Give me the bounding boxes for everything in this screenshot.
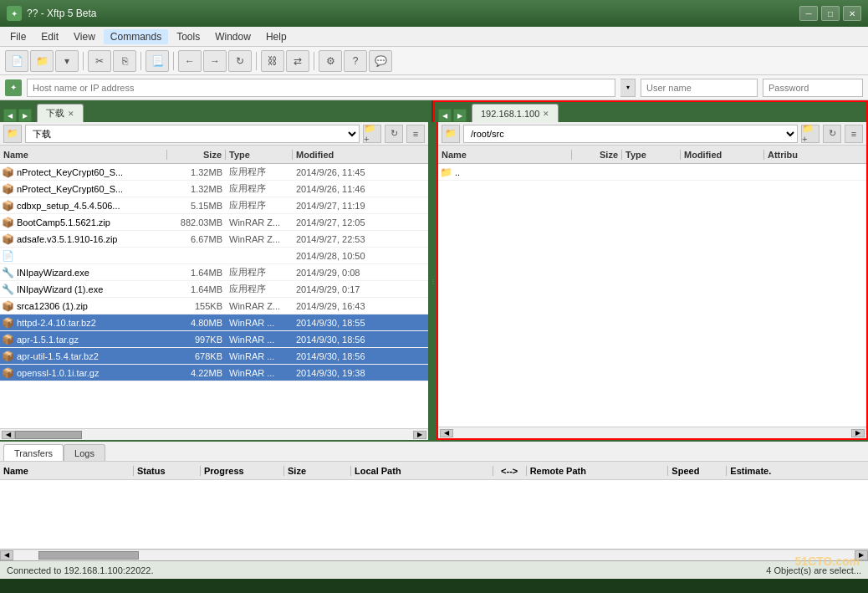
menu-commands[interactable]: Commands [104, 29, 168, 44]
file-modified: 2014/9/27, 22:53 [293, 234, 428, 244]
file-type: WinRAR ... [226, 351, 293, 361]
help-button[interactable]: ? [344, 50, 367, 72]
open-dropdown[interactable]: ▾ [55, 50, 79, 72]
file-modified: 2014/9/29, 16:43 [293, 301, 428, 311]
file-size: 1.32MB [167, 167, 226, 177]
remote-hscroll[interactable]: ◀ ▶ [438, 427, 866, 438]
local-hscroll[interactable]: ◀ ▶ [0, 428, 428, 440]
forward-button[interactable]: → [203, 50, 227, 72]
local-file-row[interactable]: 🔧INIpayWizard (1).exe1.64MB应用程序2014/9/29… [0, 281, 428, 298]
local-file-row[interactable]: 📦nProtect_KeyCrypt60_S...1.32MB应用程序2014/… [0, 181, 428, 197]
remote-path-select[interactable]: /root/src [463, 125, 798, 143]
back-button[interactable]: ← [178, 50, 202, 72]
file-modified: 2014/9/27, 12:05 [293, 217, 428, 227]
remote-tab-next[interactable]: ▶ [453, 109, 467, 122]
file-name: INIpayWizard (1).exe [15, 284, 167, 294]
file-name: INIpayWizard.exe [15, 268, 167, 278]
file-type: 应用程序 [226, 182, 293, 195]
file-type: WinRAR ... [226, 368, 293, 378]
password-input[interactable] [763, 79, 863, 97]
app-icon: ✦ [7, 6, 22, 21]
file-name: cdbxp_setup_4.5.4.506... [15, 201, 167, 211]
file-icon: 🔧 [0, 265, 15, 280]
menu-tools[interactable]: Tools [170, 29, 207, 44]
remote-tab-server[interactable]: 192.168.1.100 ✕ [472, 104, 559, 122]
local-file-row[interactable]: 📦cdbxp_setup_4.5.4.506...5.15MB应用程序2014/… [0, 197, 428, 214]
local-tab-downloads[interactable]: 下载 ✕ [37, 104, 84, 122]
local-view-btn[interactable]: ≡ [406, 125, 425, 143]
main-hscroll[interactable]: ◀ ▶ [0, 549, 868, 560]
file-modified: 2014/9/30, 18:55 [293, 318, 428, 328]
remote-new-folder[interactable]: 📁+ [801, 125, 819, 143]
local-file-row[interactable]: 📦apr-util-1.5.4.tar.bz2678KBWinRAR ...20… [0, 348, 428, 365]
title-bar-left: ✦ ?? - Xftp 5 Beta [7, 6, 96, 21]
th-arrow: <--> [493, 466, 527, 476]
title-bar: ✦ ?? - Xftp 5 Beta ─ □ ✕ [0, 0, 868, 27]
remote-refresh[interactable]: ↻ [823, 125, 841, 143]
host-dropdown[interactable]: ▾ [620, 79, 636, 97]
local-file-row[interactable]: 📦BootCamp5.1.5621.zip882.03MBWinRAR Z...… [0, 214, 428, 231]
local-file-row[interactable]: 📄2014/9/28, 10:50 [0, 248, 428, 264]
remote-file-row[interactable]: 📁.. [438, 164, 866, 181]
remote-tab-nav: ◀ ▶ [438, 109, 467, 122]
username-input[interactable] [641, 79, 758, 97]
copy-button[interactable]: ⎘ [113, 50, 136, 72]
transfers-tab-transfers[interactable]: Transfers [3, 444, 64, 461]
host-input[interactable] [27, 79, 615, 97]
settings-button[interactable]: ⚙ [319, 50, 342, 72]
file-name: .. [453, 167, 587, 177]
file-name: apr-util-1.5.4.tar.bz2 [15, 351, 167, 361]
file-size: 1.64MB [167, 284, 226, 294]
separator-5 [314, 52, 314, 70]
close-button[interactable]: ✕ [843, 6, 861, 21]
page-button[interactable]: 📃 [146, 50, 169, 72]
remote-folder-icon: 📁 [442, 125, 460, 143]
file-modified: 2014/9/29, 0:17 [293, 284, 428, 294]
menu-edit[interactable]: Edit [34, 29, 65, 44]
local-file-row[interactable]: 🔧INIpayWizard.exe1.64MB应用程序2014/9/29, 0:… [0, 264, 428, 281]
local-file-row[interactable]: 📦httpd-2.4.10.tar.bz24.80MBWinRAR ...201… [0, 314, 428, 331]
new-button[interactable]: 📄 [5, 50, 28, 72]
menu-help[interactable]: Help [259, 29, 294, 44]
connect-button[interactable]: ⛓ [261, 50, 284, 72]
file-size: 1.32MB [167, 184, 226, 194]
file-size: 882.03MB [167, 217, 226, 227]
menu-window[interactable]: Window [208, 29, 258, 44]
minimize-button[interactable]: ─ [799, 6, 818, 21]
local-list-header: Name Size Type Modified [0, 146, 428, 164]
transfers-tabs: Transfers Logs [0, 442, 868, 462]
local-path-select[interactable]: 下载 [25, 125, 360, 143]
local-refresh[interactable]: ↻ [385, 125, 403, 143]
open-button[interactable]: 📁 [30, 50, 54, 72]
chat-button[interactable]: 💬 [369, 50, 392, 72]
maximize-button[interactable]: □ [821, 6, 840, 21]
file-icon: 📦 [0, 232, 15, 247]
remote-view-btn[interactable]: ≡ [845, 125, 863, 143]
local-tab-close[interactable]: ✕ [68, 110, 74, 118]
local-file-row[interactable]: 📦apr-1.5.1.tar.gz997KBWinRAR ...2014/9/3… [0, 331, 428, 348]
local-file-row[interactable]: 📦adsafe.v3.5.1.910-16.zip6.67MBWinRAR Z.… [0, 231, 428, 248]
local-tab-prev[interactable]: ◀ [3, 109, 17, 122]
local-col-type: Type [226, 150, 293, 160]
file-size: 6.67MB [167, 234, 226, 244]
file-size: 678KB [167, 351, 226, 361]
pane-splitter[interactable]: ⋮ [430, 122, 437, 440]
cut-button[interactable]: ✂ [88, 50, 111, 72]
sync-button[interactable]: ⇄ [286, 50, 309, 72]
th-status: Status [134, 466, 201, 476]
local-file-row[interactable]: 📦srca12306 (1).zip155KBWinRAR Z...2014/9… [0, 298, 428, 314]
transfers-tab-logs[interactable]: Logs [64, 444, 105, 461]
refresh-button[interactable]: ↻ [228, 50, 252, 72]
menu-view[interactable]: View [67, 29, 102, 44]
file-type: 应用程序 [226, 199, 293, 212]
remote-tab-prev[interactable]: ◀ [438, 109, 452, 122]
file-name: openssl-1.0.1i.tar.gz [15, 368, 167, 378]
menu-file[interactable]: File [3, 29, 33, 44]
local-file-pane: 📁 下载 📁+ ↻ ≡ Name Size Type Modified 📦nPr… [0, 122, 430, 440]
remote-tab-close[interactable]: ✕ [543, 110, 549, 118]
local-file-row[interactable]: 📦nProtect_KeyCrypt60_S...1.32MB应用程序2014/… [0, 164, 428, 181]
local-new-folder[interactable]: 📁+ [363, 125, 381, 143]
local-file-row[interactable]: 📦openssl-1.0.1i.tar.gz4.22MBWinRAR ...20… [0, 365, 428, 381]
th-localpath: Local Path [351, 466, 493, 476]
local-tab-next[interactable]: ▶ [18, 109, 32, 122]
